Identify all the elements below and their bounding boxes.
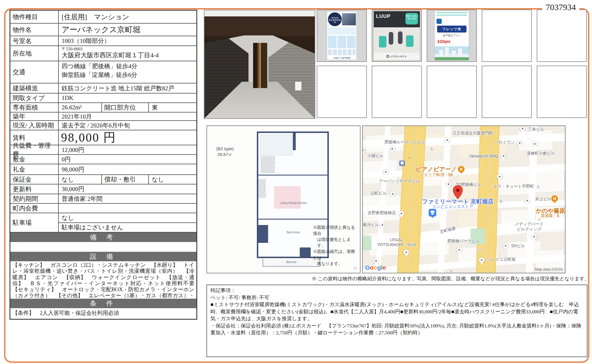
luup-photo: [374, 27, 420, 53]
entrance-photo: [204, 10, 315, 119]
map-pin-icon: [373, 258, 379, 264]
map-label: Yamaguchi Bldg: [469, 154, 498, 158]
map-pin-icon: [383, 169, 389, 175]
location-map: Google Map data ©2024 ➤➤➤➤肥後橋ルーセントビル小畑ビル…: [362, 125, 566, 273]
room-label-bedroom: Bed Room: [276, 231, 311, 234]
row-floor-area: 専有面積26.62m²開口部方位東: [10, 103, 196, 113]
equipment-text: 【キッチン】 ガスコンロ（2口）・システムキッチン 【水廻り】 トイレ・浴室乾燥…: [10, 261, 196, 299]
map-label: 道修町小倉ビル: [527, 151, 555, 156]
map-green-area: [363, 236, 371, 250]
train-station-icon: [399, 161, 405, 166]
thumbnail-empty-5: [427, 66, 477, 118]
row-property-type: 物件種目[住居用] マンション: [10, 11, 196, 24]
map-label: バカイウン: [494, 140, 515, 145]
property-spec-table: 物件種目[住居用] マンション物件名アーバネックス京町堀号室名1003（10階部…: [10, 10, 197, 320]
row-renewal-fee: 更新料30,000円: [10, 184, 196, 194]
map-label: 8: [500, 199, 502, 204]
flets-plan: 全戸加入プラン: [435, 34, 469, 37]
notes-para2: ・保証会社：保証会社利用必須 (株)エポスカード 【プラン753or767】初回…: [210, 322, 583, 336]
label-structure: 建築構造: [10, 83, 59, 93]
label-common-fee: 共益費・管理費: [10, 145, 59, 154]
transit-line-1: 四つ橋線「肥後橋」徒歩4分: [62, 62, 137, 70]
plan-note-line: 異なります。: [313, 261, 359, 267]
map-label: LEGAL: [390, 237, 403, 242]
label-floor-area: 専有面積: [10, 103, 59, 112]
map-label: SRビル: [511, 243, 525, 249]
luup-logo: LUUP: [376, 14, 390, 19]
row-neighborhood-fee: 町内会費: [10, 204, 196, 213]
flyer-text-band: [328, 28, 356, 35]
row-key-money: 礼金98,000円: [10, 164, 196, 175]
map-label: 1: [478, 162, 480, 167]
map-pin-icon: [520, 126, 525, 132]
ntt-logo-icon: [437, 19, 442, 24]
special-notes-box: 特記事項： ペット: 不可/ 事務所: 不可 ■ミストサウナ付浴室暖房乾燥機(ミ…: [206, 285, 587, 357]
postal-code: 〒550-0003: [62, 47, 83, 52]
map-pin-icon: [399, 211, 404, 216]
value-floor-area-2: 東: [149, 103, 196, 112]
row-common-fee: 共益費・管理費12,000円: [10, 145, 196, 155]
floor-plan-panel: (B2 type) 26.67㎡ Living Dining Kitchen B…: [206, 125, 360, 273]
flyer-grid: [328, 36, 356, 48]
parking-availability: なし: [59, 213, 196, 222]
map-label: ビルディング: [517, 227, 542, 232]
value-structure: 鉄筋コンクリート造 地上15階 総戸数82戸: [59, 83, 196, 93]
parking-note: 駐車場はございません: [59, 222, 196, 232]
label-contract-period: 契約期間: [10, 194, 59, 203]
flets-badge: フレッツ光: [437, 26, 466, 33]
map-label: ソレイユ京町堀: [487, 257, 515, 262]
map-pin-icon: [390, 191, 396, 197]
flyer-rows: [328, 49, 356, 55]
reference-number: 7037934: [542, 2, 579, 12]
value-transit: 四つ橋線「肥後橋」徒歩4分御堂筋線「淀屋橋」徒歩6分: [59, 61, 196, 83]
map-pin-icon: [479, 257, 485, 263]
convenience-store-pin-icon: [429, 209, 436, 216]
value-guarantee-2: なし: [149, 175, 196, 184]
plan-note-line: ※図面の縮尺は、実際とは: [313, 249, 359, 261]
value-built-year: 2021年10月: [59, 113, 196, 120]
map-label: 肥後橋パークビル: [447, 239, 480, 244]
notes-title: 特記事項：: [210, 287, 583, 294]
row-structure: 建築構造鉄筋コンクリート造 地上15階 総戸数82戸: [10, 83, 196, 94]
map-label: 居酒屋・$: [541, 213, 559, 218]
value-neighborhood-fee: [59, 204, 196, 213]
label-guarantee: 保証金: [10, 175, 59, 184]
disclaimer-line: ※ この資料は物件の概略紹介資料になります。写真、間取図面、設備、概要などが現況…: [206, 275, 589, 282]
map-label: 2: [479, 247, 481, 252]
map-label: YOTSUBASHI・SUJI: [377, 242, 416, 247]
map-label: イタリア料理・$$: [420, 172, 453, 178]
map-pin-icon: [403, 249, 409, 255]
value-rent: 98,000 円: [59, 130, 196, 145]
map-pin-icon: [444, 137, 450, 143]
row-property-name: 物件名アーバネックス京町堀: [10, 24, 196, 36]
row-room-number: 号室名1003（10階部分）: [10, 36, 196, 46]
map-pin-icon: [501, 153, 506, 159]
value-parking: なし駐車場はございません: [59, 213, 196, 232]
label-floor-area-2: 開口部方位: [101, 103, 149, 112]
thumbnail-amazon-flyer: Amazon 置き配対応物件 大阪ガス都市開発: [317, 9, 367, 62]
conditions-text: 【条件】 2人入居可能・保証会社利用必須: [10, 308, 196, 319]
value-guarantee: なし: [59, 175, 101, 184]
map-pin-icon: [389, 146, 395, 152]
map-label: 小畑ビル: [367, 153, 384, 159]
remarks-header: 備 考: [10, 232, 196, 242]
row-deposit: 敷金0円: [10, 155, 196, 164]
notes-para1: ■ミストサウナ付浴室暖房乾燥機(ミストカワック)・ガス温水床暖房(ヌック)・ホー…: [210, 301, 583, 322]
row-built-year: 築年2021年10月: [10, 113, 196, 121]
flets-header-text: [437, 12, 467, 17]
value-property-type: [住居用] マンション: [59, 11, 196, 23]
value-room-number: 1003（10階部分）: [59, 36, 196, 45]
row-transit: 交通四つ橋線「肥後橋」徒歩4分御堂筋線「淀屋橋」徒歩6分: [10, 61, 196, 83]
value-floor-area: 26.62m²: [59, 103, 101, 112]
map-attribution: Map data ©2024: [535, 267, 563, 271]
map-pin-icon: [503, 243, 508, 249]
room-label-balcony: Balcony: [263, 259, 320, 267]
row-parking: 駐車場なし駐車場はございません: [10, 213, 196, 232]
label-status-move-in: 現況/ 入居時期: [10, 121, 59, 130]
amazon-okihai-badge: Amazon 置き配対応物件: [328, 12, 342, 26]
floor-plan-notes: ※図面が現状と異なる場合は現状優先とします。※図面の縮尺は、実際とは異なります。: [313, 224, 359, 267]
map-label: 三幸ビル: [528, 127, 544, 132]
value-property-name: アーバネックス京町堀: [59, 24, 196, 36]
photo-entrance-door: [253, 43, 267, 88]
label-property-type: 物件種目: [10, 11, 59, 23]
